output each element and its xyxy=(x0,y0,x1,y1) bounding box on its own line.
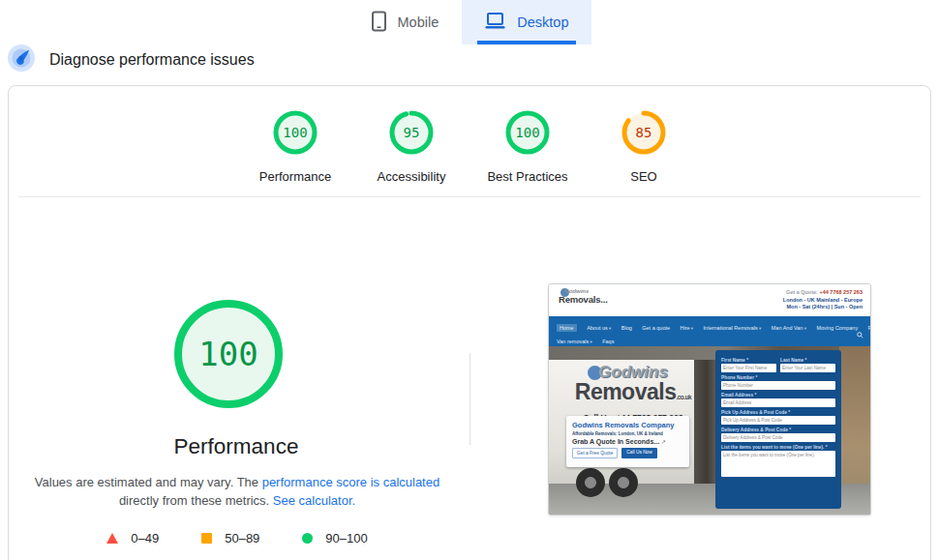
logo-main-text: Removals... xyxy=(559,294,608,305)
form-label-delivery: Delivery Address & Post Code * xyxy=(721,427,835,432)
truck-wheel xyxy=(576,468,605,497)
site-nav-item: Home xyxy=(557,324,577,332)
average-square-icon xyxy=(201,533,212,544)
score-gauge-performance[interactable]: 100 Performance xyxy=(249,110,342,184)
external-link-icon: ↗ xyxy=(661,439,666,445)
desktop-laptop-icon xyxy=(485,12,506,33)
legend-label: 90–100 xyxy=(325,531,367,545)
tab-desktop-label: Desktop xyxy=(517,15,568,30)
site-hero: Godwins Removals.co.uk Call Us: +44 7768… xyxy=(549,346,870,516)
score-gauge-accessibility[interactable]: 95 Accessibility xyxy=(365,110,458,184)
site-nav-item: Hire xyxy=(680,325,693,331)
form-field-delivery: Delivery Address & Post Code xyxy=(721,433,835,442)
poor-triangle-icon xyxy=(106,533,118,544)
tab-mobile[interactable]: Mobile xyxy=(348,0,463,44)
score-disclaimer: Values are estimated and may vary. The p… xyxy=(23,473,451,510)
contact-location: London - UK Mainland - Europe xyxy=(783,297,863,305)
form-field-last-name: Enter Your Last Name xyxy=(780,364,835,372)
site-nav-row-1: Home About us Blog Get a quote Hire Inte… xyxy=(557,320,864,334)
score-legend: 0–49 50–89 90–100 xyxy=(23,531,451,545)
contact-phone: +44 7768 257 263 xyxy=(819,289,863,295)
legend-item-good: 90–100 xyxy=(302,531,367,545)
final-screenshot-thumbnail: Godwins Removals... Get a Quote: +44 776… xyxy=(548,283,871,516)
score-value: 100 xyxy=(273,110,318,155)
tab-mobile-label: Mobile xyxy=(398,15,439,30)
score-value: 85 xyxy=(621,110,666,155)
page-title: Diagnose performance issues xyxy=(49,51,255,69)
quote-form-panel: First Name * Enter Your First Name Last … xyxy=(715,350,841,509)
hero-card-subtitle: Affordable Removals: London, UK & Irelan… xyxy=(572,431,683,436)
site-header: Godwins Removals... Get a Quote: +44 776… xyxy=(549,284,870,316)
disclaimer-text: Values are estimated and may vary. The xyxy=(35,475,262,489)
form-label-items: List the items you want to move (One per… xyxy=(721,445,835,450)
section-header: Diagnose performance issues xyxy=(8,44,255,75)
horizontal-divider xyxy=(18,196,921,197)
main-gauge-title: Performance xyxy=(76,434,397,459)
disclaimer-text: directly from these metrics. xyxy=(119,493,273,508)
legend-label: 0–49 xyxy=(131,531,159,545)
site-nav-item: International Removals xyxy=(704,325,762,331)
legend-item-average: 50–89 xyxy=(201,531,259,545)
form-label-pickup: Pick Up Address & Post Code * xyxy=(721,410,835,415)
form-label-email: Email Address * xyxy=(721,393,835,398)
score-label: Best Practices xyxy=(487,169,567,184)
device-tabs: Mobile Desktop xyxy=(0,0,939,44)
form-label-last-name: Last Name * xyxy=(780,358,835,363)
site-nav: Home About us Blog Get a quote Hire Inte… xyxy=(549,316,870,346)
site-nav-item: Man And Van xyxy=(772,325,806,331)
category-scores-row: 100 Performance 95 Accessibility 100 xyxy=(9,110,930,184)
hero-card-title: Godwins Removals Company xyxy=(572,421,683,429)
main-performance-gauge: 100 xyxy=(172,298,285,410)
site-search-icon xyxy=(857,325,863,342)
hero-logo-main: Removals.co.uk xyxy=(560,381,706,408)
call-us-now-button: Call Us Now xyxy=(621,448,656,458)
report-card: 100 Performance 95 Accessibility 100 xyxy=(8,85,931,560)
score-value: 95 xyxy=(389,110,434,155)
score-calc-link[interactable]: performance score is calculated xyxy=(262,475,440,489)
score-label: Performance xyxy=(259,169,331,184)
main-score-value: 100 xyxy=(172,298,285,410)
site-nav-item: Van removals xyxy=(557,339,592,344)
site-nav-row-2: Van removals Faqs xyxy=(557,334,864,347)
contact-label: Get a Quote: xyxy=(786,289,820,295)
form-field-phone: Phone Number xyxy=(721,381,835,390)
good-circle-icon xyxy=(302,533,313,544)
form-label-phone: Phone Number * xyxy=(721,375,835,380)
free-quote-button: Get a Free Quote xyxy=(572,448,618,458)
score-gauge-best-practices[interactable]: 100 Best Practices xyxy=(481,110,574,184)
mobile-phone-icon xyxy=(371,11,387,35)
vertical-divider xyxy=(470,353,470,445)
score-label: Accessibility xyxy=(378,169,446,184)
form-label-first-name: First Name * xyxy=(721,358,776,363)
hero-company-card: Godwins Removals Company Affordable Remo… xyxy=(566,416,689,467)
site-nav-item: Get a quote xyxy=(642,325,670,331)
hero-card-buttons: Get a Free Quote Call Us Now xyxy=(572,448,683,458)
site-logo: Godwins Removals... xyxy=(559,288,608,305)
site-nav-item: Moving Company xyxy=(816,325,858,331)
site-nav-item: Faqs xyxy=(602,339,614,344)
score-label: SEO xyxy=(630,169,656,184)
score-value: 100 xyxy=(505,110,550,155)
hero-logo-suffix: .co.uk xyxy=(676,394,691,400)
see-calculator-link[interactable]: See calculator. xyxy=(273,493,355,508)
site-contact-info: Get a Quote: +44 7768 257 263 London - U… xyxy=(783,289,863,311)
performance-gauge-icon xyxy=(8,44,35,75)
site-nav-item: Packing boxes xyxy=(868,325,871,331)
truck-wheel xyxy=(609,468,638,497)
site-nav-item: Blog xyxy=(621,325,632,331)
form-field-first-name: Enter Your First Name xyxy=(721,364,776,372)
legend-label: 50–89 xyxy=(225,531,259,545)
form-field-pickup: Pick Up Address & Post Code xyxy=(721,416,835,425)
form-field-items: List the items you want to move (One per… xyxy=(721,451,835,477)
tab-desktop[interactable]: Desktop xyxy=(462,0,591,44)
form-row-names: First Name * Enter Your First Name Last … xyxy=(721,355,835,372)
hero-card-quote: Grab A Quote In Seconds... ↗ xyxy=(572,438,683,445)
form-field-email: Email Address xyxy=(721,398,835,407)
score-gauge-seo[interactable]: 85 SEO xyxy=(597,110,690,184)
legend-item-poor: 0–49 xyxy=(106,531,159,545)
contact-hours: Mon - Sat (24hrs) | Sun - Open xyxy=(783,304,863,311)
